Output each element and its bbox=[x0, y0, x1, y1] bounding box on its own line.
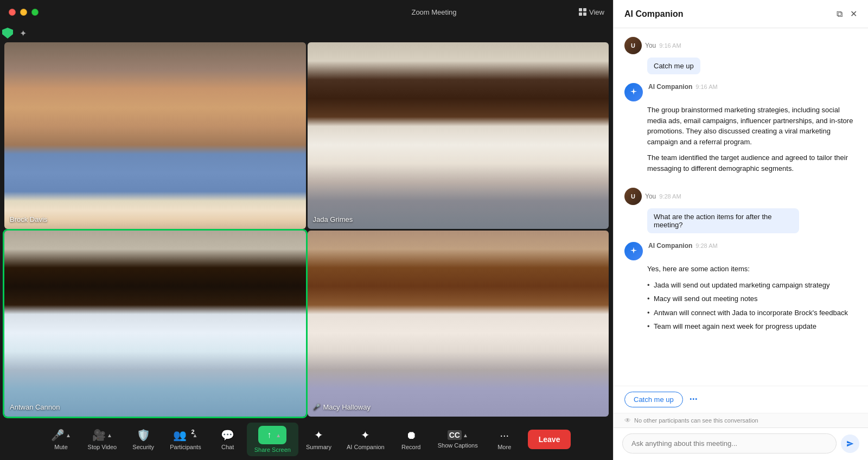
security-button[interactable]: 🛡️ Security bbox=[124, 425, 162, 453]
privacy-text: No other participants can see this conve… bbox=[634, 417, 758, 424]
ai-avatar-2 bbox=[624, 242, 643, 260]
ai-avatar-1 bbox=[624, 83, 643, 101]
leave-button[interactable]: Leave bbox=[528, 430, 571, 449]
ai-companion-button[interactable]: ✦ AI Companion bbox=[339, 425, 392, 453]
ai-companion-icon: ✦ bbox=[361, 429, 370, 442]
participant-name-jada: Jada Grimes bbox=[313, 215, 353, 223]
video-macy bbox=[308, 231, 609, 417]
video-cell-macy: 🎤 Macy Halloway bbox=[308, 231, 609, 417]
stop-video-button[interactable]: 🎥 ▲ Stop Video bbox=[80, 425, 125, 453]
time-2: 9:28 AM bbox=[659, 193, 681, 200]
send-icon bbox=[846, 440, 854, 448]
chat-label: Chat bbox=[221, 444, 234, 450]
sender-2: You bbox=[645, 193, 656, 200]
chat-message-4: AI Companion 9:28 AM Yes, here are some … bbox=[624, 242, 857, 335]
participants-label: Participants bbox=[170, 444, 201, 450]
chat-message-2: AI Companion 9:16 AM The group brainstor… bbox=[624, 83, 857, 179]
more-label: More bbox=[497, 444, 511, 450]
record-label: Record bbox=[401, 444, 420, 450]
mute-caret: ▲ bbox=[66, 432, 71, 438]
ai-panel-header: AI Companion ⧉ ✕ bbox=[614, 0, 868, 28]
video-cell-antwan: Antwan Cannon bbox=[4, 231, 306, 417]
view-button[interactable]: View bbox=[579, 8, 604, 16]
time-1: 9:16 AM bbox=[659, 42, 681, 49]
send-button[interactable] bbox=[841, 435, 859, 453]
view-label: View bbox=[589, 8, 604, 16]
more-button[interactable]: ··· More bbox=[486, 426, 524, 453]
ai-bullets: Jada will send out updated marketing cam… bbox=[647, 280, 857, 332]
ai-text-1: The group brainstormed marketing strateg… bbox=[647, 105, 857, 174]
participant-name-brock: Brock Davis bbox=[10, 215, 47, 223]
participants-icon: 👥 bbox=[173, 429, 187, 442]
ai-text-2: Yes, here are some action items: Jada wi… bbox=[647, 264, 857, 332]
share-screen-icon: ↑ bbox=[264, 429, 275, 441]
video-brock bbox=[4, 42, 306, 229]
chat-button[interactable]: 💬 Chat bbox=[209, 425, 247, 453]
video-jada bbox=[308, 42, 609, 229]
captions-caret: ▲ bbox=[463, 432, 468, 438]
record-button[interactable]: ⏺ Record bbox=[392, 426, 430, 453]
window-title: Zoom Meeting bbox=[411, 8, 456, 16]
share-caret: ▲ bbox=[276, 432, 281, 438]
chat-message-3: U You 9:28 AM What are the action items … bbox=[624, 188, 857, 233]
more-actions-button[interactable]: ··· bbox=[690, 394, 698, 405]
traffic-lights bbox=[9, 9, 39, 16]
external-link-icon[interactable]: ⧉ bbox=[837, 9, 843, 19]
participants-button[interactable]: 👥 2 ▲ Participants bbox=[162, 425, 208, 453]
video-icon: 🎥 bbox=[92, 429, 106, 442]
ai-avatar-row-1: AI Companion 9:16 AM bbox=[624, 83, 857, 101]
show-captions-button[interactable]: CC ▲ Show Captions bbox=[430, 427, 486, 452]
participants-badge: 2 bbox=[191, 429, 194, 435]
security-label: Security bbox=[132, 444, 154, 450]
share-screen-label: Share Screen bbox=[254, 446, 291, 453]
summary-icon: ✦ bbox=[314, 429, 323, 442]
mute-icon: 🎤 bbox=[313, 404, 321, 411]
maximize-button[interactable] bbox=[31, 9, 39, 16]
bullet-1: Jada will send out updated marketing cam… bbox=[647, 280, 857, 291]
shield-icon bbox=[2, 28, 13, 39]
minimize-button[interactable] bbox=[20, 9, 27, 16]
you-label-1: U You 9:16 AM bbox=[624, 37, 857, 54]
mute-button[interactable]: 🎤 ▲ Mute bbox=[42, 425, 80, 453]
chat-input-area bbox=[614, 427, 868, 460]
mute-label: Mute bbox=[54, 444, 67, 450]
user-avatar-2: U bbox=[624, 188, 642, 205]
video-caret: ▲ bbox=[107, 432, 112, 438]
zoom-window: Zoom Meeting View ✦ Brock Davis bbox=[0, 0, 613, 460]
close-button[interactable] bbox=[9, 9, 16, 16]
bubble-action-items: What are the action items for after the … bbox=[647, 208, 799, 233]
participant-name-macy: 🎤 Macy Halloway bbox=[313, 403, 371, 411]
video-cell-brock: Brock Davis bbox=[4, 42, 306, 229]
video-antwan bbox=[4, 231, 306, 417]
chat-input[interactable] bbox=[622, 433, 837, 453]
close-panel-icon[interactable]: ✕ bbox=[850, 9, 857, 19]
ai-panel-title: AI Companion bbox=[624, 9, 683, 19]
ai-panel-actions: ⧉ ✕ bbox=[837, 9, 857, 19]
sender-1: You bbox=[645, 42, 656, 49]
title-bar: Zoom Meeting View bbox=[0, 0, 613, 24]
you-label-2: U You 9:28 AM bbox=[624, 188, 857, 205]
summary-button[interactable]: ✦ Summary bbox=[298, 425, 339, 453]
video-grid: Brock Davis Jada Grimes Antwan Cannon 🎤 … bbox=[0, 42, 613, 417]
ai-avatar-row-2: AI Companion 9:28 AM bbox=[624, 242, 857, 260]
ai-companion-label: AI Companion bbox=[347, 444, 385, 450]
privacy-icon: 👁 bbox=[624, 417, 631, 424]
ai-sparkle-icon[interactable]: ✦ bbox=[20, 28, 27, 39]
title-bar-right: View bbox=[579, 8, 604, 16]
chat-message-1: U You 9:16 AM Catch me up bbox=[624, 37, 857, 74]
bubble-catch-me-up: Catch me up bbox=[647, 58, 700, 74]
ai-para-1: The group brainstormed marketing strateg… bbox=[647, 105, 857, 147]
catch-me-up-button[interactable]: Catch me up bbox=[624, 392, 683, 407]
bullet-3: Antwan will connect with Jada to incorpo… bbox=[647, 308, 857, 318]
ai-sender-2: AI Companion bbox=[648, 242, 692, 250]
summary-label: Summary bbox=[306, 444, 331, 450]
stop-video-label: Stop Video bbox=[88, 444, 117, 450]
share-screen-button[interactable]: ↑ ▲ Share Screen bbox=[247, 423, 298, 456]
ai-intro: Yes, here are some action items: bbox=[647, 264, 857, 274]
privacy-bar: 👁 No other participants can see this con… bbox=[614, 413, 868, 427]
chat-area: U You 9:16 AM Catch me up AI Companion bbox=[614, 28, 868, 386]
more-icon: ··· bbox=[500, 429, 509, 442]
mic-icon: 🎤 bbox=[51, 429, 65, 442]
video-cell-jada: Jada Grimes bbox=[308, 42, 609, 229]
ai-time-2: 9:28 AM bbox=[695, 242, 717, 249]
